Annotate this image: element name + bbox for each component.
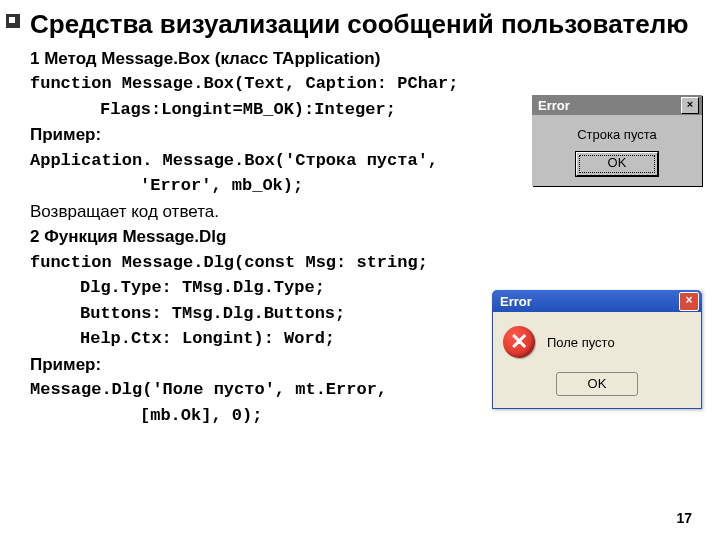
dialog1-body: Строка пуста OK [532,115,702,186]
error-icon: ✕ [503,326,535,358]
section1-decl-line1: function Message.Box(Text, Caption: PCha… [30,71,690,97]
dialog2-title: Error [500,294,532,309]
dialog1-titlebar[interactable]: Error × [532,95,702,115]
section2-heading: 2 Функция Message.Dlg [30,224,690,250]
ok-button[interactable]: OK [576,152,658,176]
dialog1-message: Строка пуста [540,127,694,142]
ok-button[interactable]: OK [556,372,638,396]
close-icon[interactable]: × [681,97,699,114]
section2-decl-line1: function Message.Dlg(const Msg: string; [30,250,690,276]
messagedlg-dialog: Error × ✕ Поле пусто OK [492,290,702,409]
messagebox-dialog: Error × Строка пуста OK [532,95,702,186]
slide: Средства визуализации сообщений пользова… [0,0,720,540]
section1-heading: 1 Метод Message.Box (класс TApplication) [30,46,690,72]
dialog2-body: ✕ Поле пусто OK [492,312,702,409]
page-number: 17 [676,510,692,526]
section1-returns: Возвращает код ответа. [30,199,690,225]
dialog2-message: Поле пусто [547,335,615,350]
bullet-icon [6,14,20,28]
dialog2-titlebar[interactable]: Error × [492,290,702,312]
close-icon[interactable]: × [679,292,699,311]
dialog1-title: Error [538,98,570,113]
page-title: Средства визуализации сообщений пользова… [30,10,690,40]
